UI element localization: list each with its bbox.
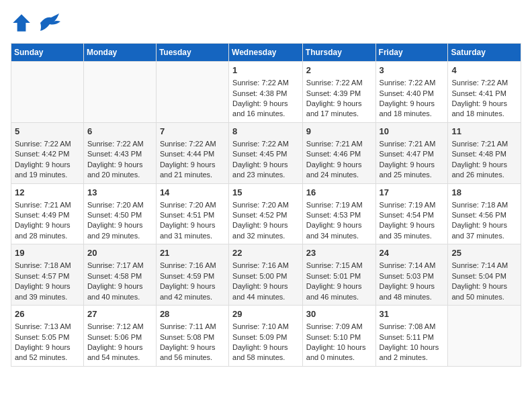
day-number: 21 — [160, 247, 225, 259]
logo — [11, 11, 64, 35]
day-info: Sunrise: 7:21 AM — [380, 139, 445, 149]
day-number: 18 — [451, 187, 517, 199]
calendar-day-26: 26Sunrise: 7:13 AMSunset: 5:05 PMDayligh… — [11, 306, 84, 367]
calendar-day-8: 8Sunrise: 7:22 AMSunset: 4:45 PMDaylight… — [229, 122, 303, 183]
day-info: Sunset: 5:05 PM — [15, 332, 80, 342]
day-info: Sunrise: 7:22 AM — [380, 78, 445, 88]
day-info: Daylight: 9 hours and 21 minutes. — [160, 160, 225, 181]
calendar-day-17: 17Sunrise: 7:19 AMSunset: 4:54 PMDayligh… — [375, 183, 448, 244]
day-header-sunday: Sunday — [11, 44, 84, 62]
day-number: 4 — [451, 64, 517, 77]
day-info: Sunrise: 7:22 AM — [232, 139, 299, 149]
day-info: Daylight: 9 hours and 52 minutes. — [15, 342, 80, 363]
calendar-day-14: 14Sunrise: 7:20 AMSunset: 4:51 PMDayligh… — [156, 183, 228, 244]
day-info: Daylight: 9 hours and 46 minutes. — [306, 281, 372, 302]
day-number: 17 — [380, 187, 445, 199]
day-number: 29 — [232, 308, 299, 320]
calendar-day-4: 4Sunrise: 7:22 AMSunset: 4:41 PMDaylight… — [448, 62, 521, 123]
calendar-day-30: 30Sunrise: 7:09 AMSunset: 5:10 PMDayligh… — [302, 306, 375, 367]
day-number: 26 — [15, 308, 80, 320]
calendar-day-21: 21Sunrise: 7:16 AMSunset: 4:59 PMDayligh… — [156, 244, 228, 306]
day-info: Daylight: 9 hours and 34 minutes. — [306, 220, 372, 241]
calendar-day-25: 25Sunrise: 7:14 AMSunset: 5:04 PMDayligh… — [448, 244, 521, 306]
day-info: Sunset: 5:03 PM — [380, 271, 445, 281]
calendar-empty-cell — [83, 62, 156, 123]
day-info: Sunset: 4:41 PM — [451, 89, 517, 99]
day-info: Sunset: 4:48 PM — [451, 149, 517, 159]
day-info: Sunrise: 7:10 AM — [232, 322, 299, 332]
day-number: 13 — [87, 187, 152, 199]
day-info: Sunset: 4:39 PM — [306, 89, 372, 99]
day-number: 12 — [15, 187, 80, 199]
day-info: Sunrise: 7:20 AM — [87, 200, 152, 210]
day-info: Sunrise: 7:14 AM — [380, 261, 445, 271]
day-info: Daylight: 9 hours and 20 minutes. — [87, 160, 152, 181]
day-info: Daylight: 9 hours and 31 minutes. — [160, 220, 225, 241]
day-info: Sunrise: 7:22 AM — [306, 78, 372, 88]
calendar-week-row: 5Sunrise: 7:22 AMSunset: 4:42 PMDaylight… — [11, 122, 521, 183]
calendar-day-3: 3Sunrise: 7:22 AMSunset: 4:40 PMDaylight… — [375, 62, 448, 123]
day-info: Daylight: 9 hours and 17 minutes. — [306, 99, 372, 120]
day-info: Daylight: 9 hours and 19 minutes. — [15, 160, 80, 181]
day-number: 19 — [15, 247, 80, 259]
day-info: Sunrise: 7:22 AM — [451, 78, 517, 88]
day-info: Daylight: 9 hours and 26 minutes. — [451, 160, 517, 181]
day-header-thursday: Thursday — [302, 44, 375, 62]
day-header-friday: Friday — [375, 44, 448, 62]
day-info: Sunrise: 7:21 AM — [15, 200, 80, 210]
calendar-header-row: SundayMondayTuesdayWednesdayThursdayFrid… — [11, 44, 521, 62]
day-info: Sunrise: 7:18 AM — [15, 261, 80, 271]
day-info: Sunset: 4:49 PM — [15, 210, 80, 220]
day-header-saturday: Saturday — [448, 44, 521, 62]
day-info: Sunrise: 7:20 AM — [160, 200, 225, 210]
day-info: Daylight: 9 hours and 18 minutes. — [451, 99, 517, 120]
day-header-monday: Monday — [83, 44, 156, 62]
day-info: Daylight: 9 hours and 24 minutes. — [306, 160, 372, 181]
day-number: 20 — [87, 247, 152, 259]
day-info: Daylight: 9 hours and 29 minutes. — [87, 220, 152, 241]
day-info: Daylight: 9 hours and 37 minutes. — [451, 220, 517, 241]
calendar-empty-cell — [156, 62, 228, 123]
day-info: Sunset: 5:01 PM — [306, 271, 372, 281]
day-info: Sunset: 4:43 PM — [87, 149, 152, 159]
calendar-day-2: 2Sunrise: 7:22 AMSunset: 4:39 PMDaylight… — [302, 62, 375, 123]
day-number: 15 — [232, 187, 299, 199]
day-number: 7 — [160, 126, 225, 138]
day-info: Sunrise: 7:11 AM — [160, 322, 225, 332]
day-info: Daylight: 9 hours and 56 minutes. — [160, 342, 225, 363]
day-info: Sunset: 4:53 PM — [306, 210, 372, 220]
day-header-tuesday: Tuesday — [156, 44, 228, 62]
calendar-day-10: 10Sunrise: 7:21 AMSunset: 4:47 PMDayligh… — [375, 122, 448, 183]
day-info: Sunset: 4:57 PM — [15, 271, 80, 281]
day-info: Daylight: 9 hours and 32 minutes. — [232, 220, 299, 241]
day-info: Sunset: 5:11 PM — [380, 332, 445, 342]
day-info: Daylight: 9 hours and 42 minutes. — [160, 281, 225, 302]
day-info: Sunset: 4:42 PM — [15, 149, 80, 159]
calendar-day-20: 20Sunrise: 7:17 AMSunset: 4:58 PMDayligh… — [83, 244, 156, 306]
day-info: Sunrise: 7:13 AM — [15, 322, 80, 332]
day-number: 22 — [232, 247, 299, 259]
day-info: Daylight: 9 hours and 48 minutes. — [380, 281, 445, 302]
day-info: Sunrise: 7:21 AM — [451, 139, 517, 149]
day-info: Sunset: 5:10 PM — [306, 332, 372, 342]
day-info: Daylight: 9 hours and 16 minutes. — [232, 99, 299, 120]
day-info: Sunrise: 7:21 AM — [306, 139, 372, 149]
day-number: 2 — [306, 64, 372, 77]
calendar-empty-cell — [11, 62, 84, 123]
calendar-day-31: 31Sunrise: 7:08 AMSunset: 5:11 PMDayligh… — [375, 306, 448, 367]
day-info: Daylight: 9 hours and 28 minutes. — [15, 220, 80, 241]
day-info: Sunrise: 7:16 AM — [232, 261, 299, 271]
calendar-day-19: 19Sunrise: 7:18 AMSunset: 4:57 PMDayligh… — [11, 244, 84, 306]
day-info: Daylight: 9 hours and 25 minutes. — [380, 160, 445, 181]
day-info: Sunrise: 7:22 AM — [160, 139, 225, 149]
calendar-week-row: 1Sunrise: 7:22 AMSunset: 4:38 PMDaylight… — [11, 62, 521, 123]
day-info: Sunset: 4:50 PM — [87, 210, 152, 220]
day-number: 27 — [87, 308, 152, 320]
calendar-day-23: 23Sunrise: 7:15 AMSunset: 5:01 PMDayligh… — [302, 244, 375, 306]
day-info: Sunrise: 7:08 AM — [380, 322, 445, 332]
calendar-day-22: 22Sunrise: 7:16 AMSunset: 5:00 PMDayligh… — [229, 244, 303, 306]
day-info: Sunrise: 7:22 AM — [15, 139, 80, 149]
day-info: Daylight: 9 hours and 58 minutes. — [232, 342, 299, 363]
day-number: 16 — [306, 187, 372, 199]
day-info: Sunrise: 7:19 AM — [380, 200, 445, 210]
